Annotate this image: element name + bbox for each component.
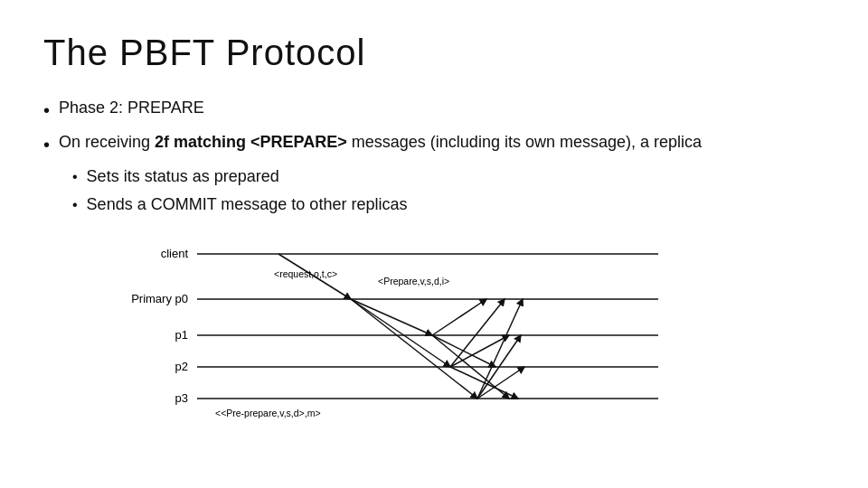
- bullet-2-bold: 2f matching <PREPARE>: [155, 133, 347, 151]
- bullet-2-text: On receiving 2f matching <PREPARE> messa…: [59, 129, 702, 155]
- sub-bullet-1-dot: •: [72, 165, 78, 189]
- bullet-2: • On receiving 2f matching <PREPARE> mes…: [43, 129, 825, 158]
- pbft-diagram: client Primary p0 p1 p2 p3 <request,o,t,…: [98, 227, 676, 426]
- sub-bullet-1: • Sets its status as prepared: [72, 164, 825, 190]
- content-area: • Phase 2: PREPARE • On receiving 2f mat…: [43, 95, 825, 218]
- svg-line-9: [432, 299, 486, 335]
- label-request: <request,o,t,c>: [274, 268, 337, 279]
- sub-bullet-2: • Sends a COMMIT message to other replic…: [72, 192, 825, 218]
- svg-line-6: [351, 299, 432, 335]
- bullet-1-text: Phase 2: PREPARE: [59, 95, 204, 121]
- label-p1: p1: [175, 328, 188, 342]
- label-p2: p2: [175, 360, 188, 373]
- svg-line-13: [450, 335, 509, 367]
- bullet-1: • Phase 2: PREPARE: [43, 95, 825, 124]
- sub-bullet-2-text: Sends a COMMIT message to other replicas: [87, 192, 408, 218]
- bullet-1-dot: •: [43, 97, 50, 124]
- sub-bullet-2-dot: •: [72, 193, 78, 217]
- label-primary: Primary p0: [131, 292, 188, 305]
- label-p3: p3: [175, 391, 188, 405]
- diagram-svg: client Primary p0 p1 p2 p3 <request,o,t,…: [98, 227, 676, 426]
- slide: The PBFT Protocol • Phase 2: PREPARE • O…: [0, 0, 868, 488]
- label-pre-prepare: <<Pre-prepare,v,s,d>,m>: [215, 408, 321, 418]
- sub-bullet-1-text: Sets its status as prepared: [87, 164, 279, 190]
- label-client: client: [161, 247, 189, 260]
- slide-title: The PBFT Protocol: [43, 33, 825, 73]
- bullet-2-dot: •: [43, 131, 50, 158]
- label-prepare: <Prepare,v,s,d,i>: [378, 276, 449, 286]
